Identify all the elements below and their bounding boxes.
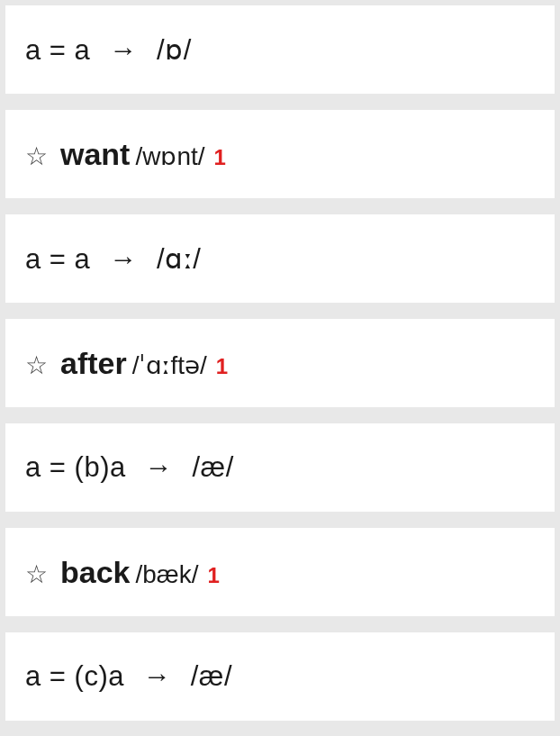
rule-target: /ɑː/ [157, 243, 201, 275]
arrow-icon: → [109, 243, 138, 275]
rule-card: a = a → /ɑː/ [5, 214, 555, 303]
star-icon: ☆ [25, 559, 48, 589]
count-badge: 1 [216, 354, 228, 379]
count-badge: 1 [208, 563, 220, 588]
word-ipa: /ˈɑːftə/ [132, 350, 207, 380]
rule-card: a = (c)a → /æ/ [5, 632, 555, 721]
count-badge: 1 [214, 145, 226, 170]
word-text: want [60, 137, 130, 172]
word-row: ☆ after /ˈɑːftə/ 1 [25, 346, 228, 381]
word-card: ☆ want /wɒnt/ 1 [5, 110, 555, 198]
rule-lhs: a = a [25, 34, 90, 66]
word-card: ☆ back /bæk/ 1 [5, 528, 555, 616]
rule-lhs: a = (b)a [25, 451, 126, 483]
rule-lhs: a = (c)a [25, 660, 124, 692]
rule-card: a = a → /ɒ/ [5, 5, 555, 94]
rule-card: a = (b)a → /æ/ [5, 423, 555, 512]
word-ipa: /wɒnt/ [135, 141, 204, 171]
rule-target: /æ/ [192, 451, 233, 483]
word-row: ☆ want /wɒnt/ 1 [25, 137, 226, 172]
rule-text: a = (b)a → /æ/ [25, 451, 234, 484]
star-icon: ☆ [25, 141, 48, 171]
arrow-icon: → [145, 451, 174, 483]
star-icon: ☆ [25, 350, 48, 380]
rule-text: a = (c)a → /æ/ [25, 660, 232, 693]
word-row: ☆ back /bæk/ 1 [25, 555, 220, 590]
word-card: ☆ after /ˈɑːftə/ 1 [5, 319, 555, 407]
rule-lhs: a = a [25, 243, 90, 275]
arrow-icon: → [143, 660, 172, 692]
word-ipa: /bæk/ [136, 560, 199, 589]
arrow-icon: → [109, 34, 138, 66]
rule-text: a = a → /ɑː/ [25, 242, 201, 276]
rule-target: /ɒ/ [157, 34, 192, 66]
word-text: back [60, 555, 131, 590]
rule-text: a = a → /ɒ/ [25, 33, 192, 67]
rule-target: /æ/ [191, 660, 232, 692]
word-text: after [60, 346, 127, 381]
